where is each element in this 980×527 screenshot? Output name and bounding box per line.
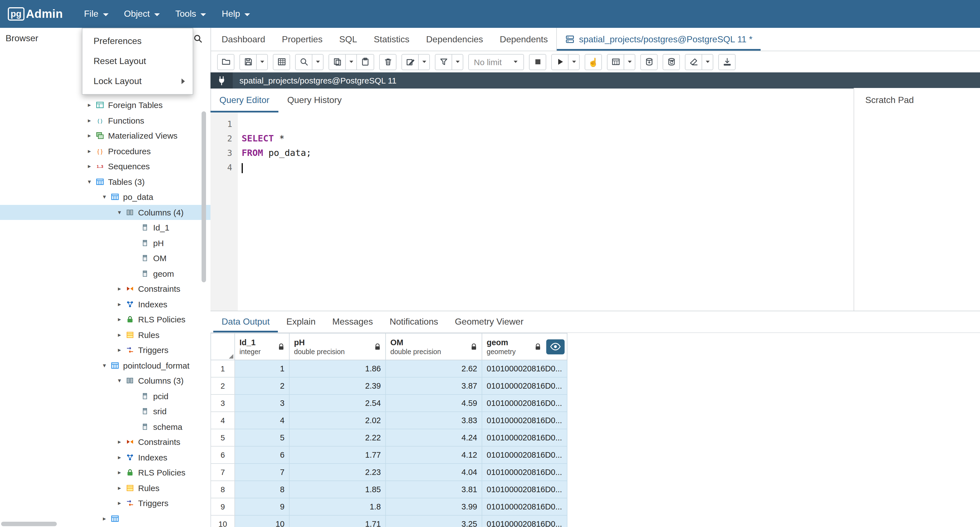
- tab-dependents[interactable]: Dependents: [492, 28, 556, 51]
- edit-options-button[interactable]: [419, 54, 430, 70]
- expand-icon[interactable]: ▸: [84, 163, 94, 170]
- expand-icon[interactable]: ▸: [115, 469, 124, 476]
- tree-item-rls-policies[interactable]: ▸RLS Policies: [0, 312, 210, 327]
- row-number-cell[interactable]: 1: [211, 360, 235, 377]
- clear-button[interactable]: [685, 54, 702, 70]
- data-cell[interactable]: 3.83: [386, 412, 482, 429]
- data-cell[interactable]: 4.12: [386, 446, 482, 463]
- tab-properties[interactable]: Properties: [274, 28, 331, 51]
- data-cell[interactable]: 0101000020816D0...: [482, 498, 567, 515]
- tree-item-foreign-tables[interactable]: ▸Foreign Tables: [0, 97, 210, 113]
- tree-horizontal-scrollbar[interactable]: [1, 521, 57, 526]
- data-cell[interactable]: 0101000020816D0...: [482, 360, 567, 377]
- data-cell[interactable]: 0101000020816D0...: [482, 515, 567, 527]
- execute-options-button[interactable]: [568, 54, 580, 70]
- data-cell[interactable]: 1.77: [289, 446, 386, 463]
- cancel-query-button[interactable]: [529, 54, 546, 70]
- save-options-button[interactable]: [257, 54, 268, 70]
- menu-help[interactable]: Help: [214, 0, 258, 28]
- tree-item-ph[interactable]: pH: [0, 235, 210, 250]
- data-cell[interactable]: 1.71: [289, 515, 386, 527]
- column-header-id_1[interactable]: Id_1integer: [235, 333, 289, 360]
- save-button[interactable]: [239, 54, 257, 70]
- menu-item-reset-layout[interactable]: Reset Layout: [83, 51, 192, 71]
- data-cell[interactable]: 8: [235, 481, 289, 498]
- tab-dependencies[interactable]: Dependencies: [418, 28, 492, 51]
- data-cell[interactable]: 5: [235, 429, 289, 446]
- row-number-cell[interactable]: 9: [211, 498, 235, 515]
- tree-item-schema[interactable]: schema: [0, 419, 210, 434]
- expand-icon[interactable]: ▸: [115, 347, 124, 354]
- column-header-geom[interactable]: geomgeometry: [482, 333, 567, 360]
- data-cell[interactable]: 1: [235, 360, 289, 377]
- tree-item-pcid[interactable]: pcid: [0, 388, 210, 404]
- tree-item-columns-3[interactable]: ▾Columns (3): [0, 373, 210, 388]
- search-icon[interactable]: [193, 34, 203, 43]
- data-cell[interactable]: 3.87: [386, 377, 482, 395]
- data-cell[interactable]: 7: [235, 463, 289, 481]
- tree-vertical-scrollbar[interactable]: [202, 111, 206, 282]
- data-cell[interactable]: 0101000020816D0...: [482, 395, 567, 412]
- row-number-cell[interactable]: 2: [211, 377, 235, 395]
- column-header-om[interactable]: OMdouble precision: [386, 333, 482, 360]
- limit-select[interactable]: No limit: [468, 54, 524, 70]
- collapse-icon[interactable]: ▾: [84, 178, 94, 185]
- tab-notifications[interactable]: Notifications: [381, 311, 446, 333]
- row-number-cell[interactable]: 6: [211, 446, 235, 463]
- data-cell[interactable]: 2: [235, 377, 289, 395]
- expand-icon[interactable]: ▸: [115, 301, 124, 308]
- data-cell[interactable]: 4.59: [386, 395, 482, 412]
- edit-grid-button[interactable]: [273, 54, 290, 70]
- filter-options-button[interactable]: [452, 54, 463, 70]
- tree-item-columns-4[interactable]: ▾Columns (4): [0, 205, 210, 220]
- row-number-cell[interactable]: 5: [211, 429, 235, 446]
- column-header-ph[interactable]: pHdouble precision: [289, 333, 386, 360]
- collapse-icon[interactable]: ▾: [115, 377, 124, 384]
- row-number-cell[interactable]: 10: [211, 515, 235, 527]
- commit-button[interactable]: [640, 54, 658, 70]
- data-cell[interactable]: 1.86: [289, 360, 386, 377]
- tab-data-output[interactable]: Data Output: [213, 311, 278, 333]
- data-cell[interactable]: 0101000020816D0...: [482, 481, 567, 498]
- tab-geometry-viewer[interactable]: Geometry Viewer: [447, 311, 532, 333]
- expand-icon[interactable]: ▸: [115, 331, 124, 339]
- tree-item-functions[interactable]: ▸( )Functions: [0, 113, 210, 128]
- menu-file[interactable]: File: [76, 0, 116, 28]
- data-cell[interactable]: 2.23: [289, 463, 386, 481]
- data-cell[interactable]: 9: [235, 498, 289, 515]
- collapse-icon[interactable]: ▾: [100, 362, 109, 369]
- row-number-cell[interactable]: 7: [211, 463, 235, 481]
- tab-messages[interactable]: Messages: [324, 311, 382, 333]
- data-cell[interactable]: 0101000020816D0...: [482, 412, 567, 429]
- data-cell[interactable]: 4: [235, 412, 289, 429]
- explain-analyze-button[interactable]: [607, 54, 624, 70]
- row-number-cell[interactable]: 8: [211, 481, 235, 498]
- data-cell[interactable]: 4.04: [386, 463, 482, 481]
- data-cell[interactable]: 1.85: [289, 481, 386, 498]
- tab-sql[interactable]: SQL: [331, 28, 365, 51]
- tab-query-history[interactable]: Query History: [278, 88, 351, 113]
- tab-spatial-projects-postgres-postgresql-11[interactable]: spatial_projects/postgres@PostgreSQL 11 …: [556, 28, 761, 51]
- rollback-button[interactable]: [663, 54, 680, 70]
- tree-item-rules[interactable]: ▸Rules: [0, 480, 210, 495]
- tab-query-editor[interactable]: Query Editor: [210, 88, 278, 113]
- tree-item-triggers[interactable]: ▸Triggers: [0, 342, 210, 358]
- scratch-pad-input[interactable]: [854, 113, 980, 311]
- data-cell[interactable]: 0101000020816D0...: [482, 377, 567, 395]
- tree-item-rls-policies[interactable]: ▸RLS Policies: [0, 465, 210, 480]
- select-all-corner-cell[interactable]: [211, 333, 235, 360]
- row-number-cell[interactable]: 3: [211, 395, 235, 412]
- find-button[interactable]: [295, 54, 312, 70]
- data-cell[interactable]: 0101000020816D0...: [482, 429, 567, 446]
- expand-icon[interactable]: ▸: [84, 117, 94, 124]
- menu-item-preferences[interactable]: Preferences: [83, 31, 192, 51]
- tree-item-constraints[interactable]: ▸Constraints: [0, 281, 210, 296]
- copy-button[interactable]: [329, 54, 346, 70]
- tab-dashboard[interactable]: Dashboard: [213, 28, 274, 51]
- tab-explain[interactable]: Explain: [278, 311, 324, 333]
- menu-tools[interactable]: Tools: [168, 0, 214, 28]
- tree-item-triggers[interactable]: ▸Triggers: [0, 495, 210, 511]
- data-cell[interactable]: 10: [235, 515, 289, 527]
- data-cell[interactable]: 2.62: [386, 360, 482, 377]
- expand-icon[interactable]: ▸: [115, 316, 124, 323]
